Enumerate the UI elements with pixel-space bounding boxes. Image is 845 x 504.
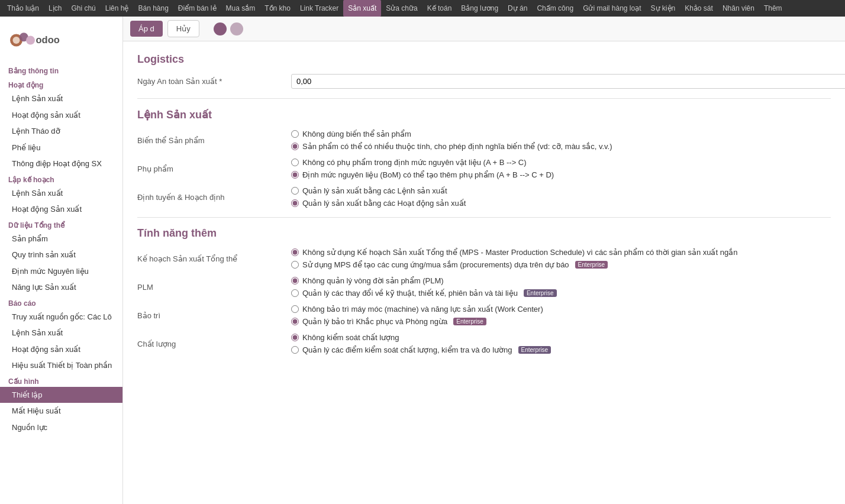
sidebar-item-dinh-muc[interactable]: Định mức Nguyên liệu (0, 263, 122, 280)
chat-luong-option-1[interactable]: Không kiểm soát chất lượng (291, 333, 551, 342)
dinh-tuyen-label: Định tuyến & Hoạch định (137, 193, 291, 202)
phu-pham-option-2-label: Định mức nguyên liệu (BoM) có thể tạo th… (302, 170, 554, 179)
sidebar-item-thong-diep[interactable]: Thông điệp Hoạt động SX (0, 156, 122, 172)
bao-tri-row: Bảo trì Không bảo trì máy móc (machine) … (137, 305, 831, 326)
settings-content: Logistics Ngày An toàn Sản xuất * Lệnh S… (123, 41, 845, 373)
nav-ghi-chu[interactable]: Ghi chú (66, 0, 100, 17)
toolbar: Áp d Hủy (123, 17, 845, 41)
phu-pham-label: Phụ phẩm (137, 164, 291, 173)
sidebar-item-hoat-dong-sx-bc[interactable]: Hoạt động sản xuất (0, 341, 122, 358)
logistics-field-label: Ngày An toàn Sản xuất * (137, 77, 291, 86)
nav-lien-he[interactable]: Liên hệ (101, 0, 134, 17)
sidebar-item-nang-luc[interactable]: Năng lực Sản xuất (0, 279, 122, 296)
nav-ban-hang[interactable]: Bán hàng (133, 0, 173, 17)
nav-nhan-vien[interactable]: Nhân viên (718, 0, 759, 17)
plm-row: PLM Không quản lý vòng đời sản phẩm (PLM… (137, 276, 831, 298)
dinh-tuyen-option-2[interactable]: Quản lý sản xuất bằng các Hoạt động sản … (291, 199, 466, 208)
bien-the-option-2[interactable]: Sản phẩm có thể có nhiều thuộc tính, cho… (291, 142, 612, 151)
chat-luong-label: Chất lượng (137, 340, 291, 348)
phu-pham-option-1-label: Không có phụ phẩm trong định mức nguyên … (302, 158, 527, 167)
sidebar-item-hoat-dong-sx-1[interactable]: Hoạt động sản xuất (0, 107, 122, 124)
bao-tri-label: Bảo trì (137, 311, 291, 320)
nav-gui-mail[interactable]: Gửi mail hàng loạt (578, 0, 646, 17)
chat-luong-row: Chất lượng Không kiểm soát chất lượng Qu… (137, 333, 831, 354)
sidebar-item-mat-hieu-suat[interactable]: Mất Hiệu suất (0, 403, 122, 419)
sidebar: odoo Bảng thông tin Hoạt động Lệnh Sản x… (0, 17, 123, 504)
sidebar-item-quy-trinh[interactable]: Quy trình sản xuất (0, 247, 122, 263)
nav-ke-toan[interactable]: Kế toán (422, 0, 457, 17)
sidebar-item-truy-xuat[interactable]: Truy xuất nguồn gốc: Các Lô (0, 309, 122, 325)
sidebar-item-hoat-dong-sx-2[interactable]: Hoạt động Sản xuất (0, 201, 122, 218)
sidebar-item-san-pham[interactable]: Sản phẩm (0, 231, 122, 247)
plm-options: Không quản lý vòng đời sản phẩm (PLM) Qu… (291, 276, 557, 298)
logistics-form-row: Ngày An toàn Sản xuất * (137, 74, 831, 89)
nav-bang-luong[interactable]: Bảng lương (456, 0, 503, 17)
chat-luong-options: Không kiểm soát chất lượng Quản lý các đ… (291, 333, 551, 354)
progress-dot-2 (230, 22, 243, 35)
ke-hoach-option-2[interactable]: Sử dụng MPS để tạo các cung ứng/mua sắm … (291, 260, 737, 269)
sidebar-item-lenh-san-xuat-2[interactable]: Lệnh Sản xuất (0, 185, 122, 202)
bao-tri-option-2[interactable]: Quản lý bảo trì Khắc phục và Phòng ngừa … (291, 317, 543, 326)
sidebar-sub-hoat-dong: Hoạt động (0, 76, 122, 91)
sidebar-item-lenh-thao-do[interactable]: Lệnh Tháo dỡ (0, 123, 122, 140)
dinh-tuyen-option-2-label: Quản lý sản xuất bằng các Hoạt động sản … (302, 199, 466, 208)
top-navigation: Thảo luận Lịch Ghi chú Liên hệ Bán hàng … (0, 0, 845, 17)
sidebar-item-hieu-suat[interactable]: Hiệu suất Thiết bị Toàn phần (0, 357, 122, 374)
cancel-button[interactable]: Hủy (167, 20, 199, 37)
svg-point-3 (26, 36, 35, 45)
nav-them[interactable]: Thêm (759, 0, 787, 17)
ke-hoach-option-1[interactable]: Không sử dụng Kế hoạch Sản xuất Tổng thể… (291, 248, 737, 257)
manufacturing-order-section-title: Lệnh Sản xuất (137, 108, 831, 121)
plm-enterprise-badge: Enterprise (524, 289, 557, 297)
sidebar-item-thiet-lap[interactable]: Thiết lập (0, 387, 122, 403)
nav-mua-sam[interactable]: Mua sắm (221, 0, 260, 17)
dinh-tuyen-option-1[interactable]: Quản lý sản xuất bằng các Lệnh sản xuất (291, 186, 466, 195)
bao-tri-option-1[interactable]: Không bảo trì máy móc (machine) và năng … (291, 305, 543, 314)
ke-hoach-label: Kế hoạch Sản xuất Tổng thể (137, 254, 291, 263)
bien-the-option-1[interactable]: Không dùng biến thể sản phẩm (291, 130, 612, 138)
app-logo[interactable]: odoo (0, 22, 122, 63)
svg-point-1 (13, 37, 20, 44)
nav-su-kien[interactable]: Sự kiện (646, 0, 680, 17)
ngay-an-toan-input[interactable] (291, 74, 845, 89)
nav-ton-kho[interactable]: Tồn kho (260, 0, 295, 17)
nav-thao-luan[interactable]: Thảo luận (2, 0, 44, 17)
sidebar-group-lap-ke-hoach: Lập kế hoạch (0, 172, 122, 185)
nav-lich[interactable]: Lịch (44, 0, 66, 17)
plm-option-1[interactable]: Không quản lý vòng đời sản phẩm (PLM) (291, 276, 557, 285)
main-content: Áp d Hủy Logistics Ngày An toàn Sản xuất… (123, 17, 845, 504)
sidebar-group-du-lieu: Dữ liệu Tổng thể (0, 218, 122, 231)
dinh-tuyen-row: Định tuyến & Hoạch định Quản lý sản xuất… (137, 186, 831, 208)
nav-khao-sat[interactable]: Khảo sát (680, 0, 718, 17)
ke-hoach-options: Không sử dụng Kế hoạch Sản xuất Tổng thể… (291, 248, 737, 269)
plm-option-1-label: Không quản lý vòng đời sản phẩm (PLM) (302, 276, 444, 285)
bao-tri-options: Không bảo trì máy móc (machine) và năng … (291, 305, 543, 326)
nav-diem-ban-le[interactable]: Điểm bán lẻ (173, 0, 221, 17)
nav-san-xuat[interactable]: Sản xuất (343, 0, 381, 17)
chat-luong-option-2[interactable]: Quản lý các điểm kiểm soát chất lượng, k… (291, 345, 551, 354)
bien-the-label: Biến thể Sản phẩm (137, 136, 291, 145)
sidebar-item-lenh-san-xuat-1[interactable]: Lệnh Sản xuất (0, 91, 122, 107)
progress-dot-1 (214, 22, 227, 35)
progress-indicator (214, 22, 243, 35)
plm-option-2[interactable]: Quản lý các thay đổi về kỹ thuật, thiết … (291, 289, 557, 298)
sidebar-item-nguon-luc[interactable]: Nguồn lực (0, 419, 122, 436)
nav-cham-cong[interactable]: Chấm công (532, 0, 578, 17)
nav-link-tracker[interactable]: Link Tracker (295, 0, 343, 17)
dinh-tuyen-option-1-label: Quản lý sản xuất bằng các Lệnh sản xuất (302, 186, 447, 195)
sidebar-item-phe-lieu[interactable]: Phế liệu (0, 140, 122, 156)
bao-tri-enterprise-badge: Enterprise (453, 318, 486, 325)
bao-tri-option-1-label: Không bảo trì máy móc (machine) và năng … (302, 305, 543, 314)
save-button[interactable]: Áp d (130, 21, 163, 37)
chat-luong-option-2-label: Quản lý các điểm kiểm soát chất lượng, k… (302, 345, 512, 354)
phu-pham-option-1[interactable]: Không có phụ phẩm trong định mức nguyên … (291, 158, 554, 167)
nav-du-an[interactable]: Dự án (503, 0, 532, 17)
nav-sua-chua[interactable]: Sửa chữa (381, 0, 422, 17)
sidebar-group-bao-cao: Báo cáo (0, 296, 122, 309)
sidebar-group-cau-hinh: Cấu hình (0, 374, 122, 387)
bien-the-option-2-label: Sản phẩm có thể có nhiều thuộc tính, cho… (302, 142, 612, 151)
ke-hoach-option-1-label: Không sử dụng Kế hoạch Sản xuất Tổng thể… (302, 248, 737, 257)
plm-label: PLM (137, 283, 291, 292)
phu-pham-option-2[interactable]: Định mức nguyên liệu (BoM) có thể tạo th… (291, 170, 554, 179)
sidebar-item-lenh-sx-bc[interactable]: Lệnh Sản xuất (0, 325, 122, 341)
